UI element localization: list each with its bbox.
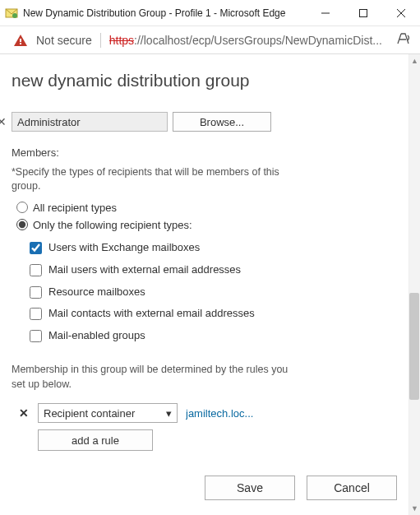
check-groups-input[interactable] <box>30 330 42 342</box>
radio-only-label: Only the following recipient types: <box>33 219 192 231</box>
add-rule-button[interactable]: add a rule <box>38 429 153 451</box>
not-secure-label[interactable]: Not secure <box>36 34 92 47</box>
window-minimize-button[interactable] <box>307 0 344 26</box>
remove-rule-button[interactable]: ✕ <box>18 406 30 420</box>
check-contacts-input[interactable] <box>30 308 42 320</box>
rule-field-dropdown[interactable]: Recipient container ▾ <box>38 403 178 423</box>
check-mail-users[interactable]: Mail users with external email addresses <box>30 263 268 277</box>
recipient-scope-radiogroup: All recipient types Only the following r… <box>16 202 405 231</box>
check-mail-enabled-groups[interactable]: Mail-enabled groups <box>30 329 268 343</box>
read-aloud-icon[interactable] <box>397 31 412 49</box>
save-button[interactable]: Save <box>205 476 295 500</box>
window-close-button[interactable] <box>382 0 420 26</box>
page-body: new dynamic distribution group ✕ Browse.… <box>0 54 420 515</box>
rules-hint: Membership in this group will be determi… <box>12 363 291 392</box>
check-resource-label: Resource mailboxes <box>48 285 145 299</box>
rule-value-link[interactable]: jamiltech.loc... <box>186 407 253 420</box>
radio-all-label: All recipient types <box>33 202 117 214</box>
recipient-types-checkgroup: Users with Exchange mailboxes Mail users… <box>30 241 405 343</box>
app-favicon <box>5 7 18 20</box>
check-mailusers-input[interactable] <box>30 264 42 276</box>
page-heading: new dynamic distribution group <box>12 71 405 90</box>
members-label: Members: <box>12 146 405 159</box>
window-title: New Dynamic Distribution Group - Profile… <box>23 7 307 19</box>
chevron-down-icon: ▾ <box>166 407 172 420</box>
svg-rect-6 <box>20 39 21 42</box>
rule-row: ✕ Recipient container ▾ jamiltech.loc... <box>18 403 405 423</box>
radio-only-following[interactable]: Only the following recipient types: <box>16 219 405 231</box>
members-hint: *Specify the types of recipients that wi… <box>12 165 307 193</box>
window-titlebar: New Dynamic Distribution Group - Profile… <box>0 0 420 26</box>
browse-button[interactable]: Browse... <box>173 112 271 132</box>
check-exchange-input[interactable] <box>30 242 42 254</box>
check-contacts-label: Mail contacts with external email addres… <box>48 307 255 321</box>
svg-rect-7 <box>20 43 21 44</box>
check-resource-input[interactable] <box>30 286 42 299</box>
radio-all-input[interactable] <box>16 202 28 213</box>
radio-all-recipients[interactable]: All recipient types <box>16 202 405 214</box>
cancel-button[interactable]: Cancel <box>307 476 397 500</box>
svg-point-1 <box>12 13 17 18</box>
scroll-thumb[interactable] <box>409 293 419 400</box>
check-resource-mailboxes[interactable]: Resource mailboxes <box>30 285 268 299</box>
owner-input[interactable] <box>12 112 168 132</box>
scroll-up-arrow[interactable]: ▲ <box>409 54 420 67</box>
rule-field-value: Recipient container <box>44 407 135 420</box>
check-groups-label: Mail-enabled groups <box>48 329 145 343</box>
not-secure-icon <box>13 33 28 48</box>
check-exchange-mailboxes[interactable]: Users with Exchange mailboxes <box>30 241 268 255</box>
window-maximize-button[interactable] <box>344 0 382 26</box>
url-text[interactable]: https://localhost/ecp/UsersGroups/NewDyn… <box>109 34 389 47</box>
svg-rect-3 <box>360 9 367 16</box>
clear-owner-button[interactable]: ✕ <box>0 114 10 129</box>
address-bar: Not secure https://localhost/ecp/UsersGr… <box>0 26 420 54</box>
vertical-scrollbar[interactable]: ▲ ▼ <box>408 54 420 515</box>
check-mailusers-label: Mail users with external email addresses <box>48 263 241 277</box>
separator <box>100 33 101 48</box>
check-exchange-label: Users with Exchange mailboxes <box>48 241 200 255</box>
radio-only-input[interactable] <box>16 219 28 230</box>
scroll-down-arrow[interactable]: ▼ <box>409 502 420 515</box>
check-mail-contacts[interactable]: Mail contacts with external email addres… <box>30 307 268 321</box>
